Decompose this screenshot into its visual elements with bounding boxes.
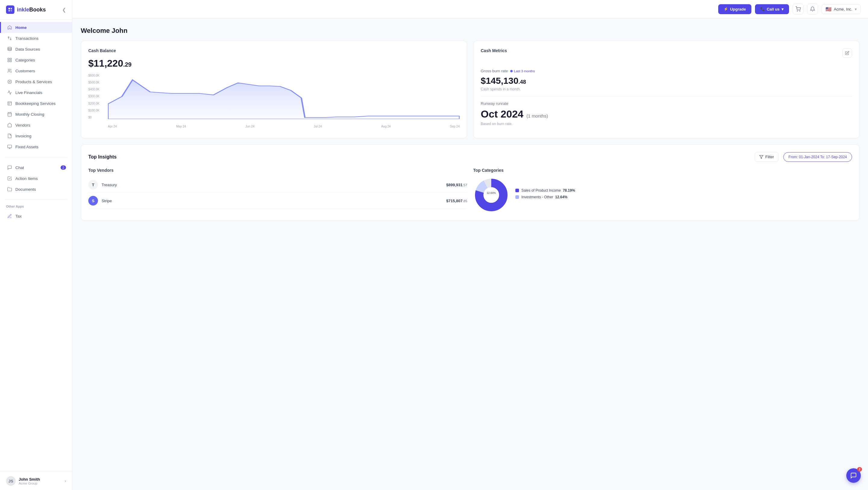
filter-button[interactable]: Filter xyxy=(755,152,778,162)
sidebar-item-customers[interactable]: Customers xyxy=(0,65,72,76)
chart-y-label-6: $100.0K xyxy=(88,109,106,112)
sidebar-item-documents[interactable]: Documents xyxy=(0,184,72,195)
runway-months: (1 months) xyxy=(527,113,548,118)
sidebar-item-home[interactable]: Home xyxy=(0,22,72,33)
cash-balance-title: Cash Balance xyxy=(88,48,460,53)
sidebar-item-monthly-closing[interactable]: Monthly Closing xyxy=(0,109,72,120)
sidebar-item-live-financials[interactable]: Live Financials xyxy=(0,87,72,98)
sidebar-item-action-items-label: Action Items xyxy=(16,176,38,181)
fixed-assets-icon xyxy=(7,144,12,150)
sidebar-item-chat-label: Chat xyxy=(16,165,24,170)
sidebar-item-action-items[interactable]: Action Items xyxy=(0,173,72,184)
main-area: Upgrade Call us ▾ 🇺🇸 Acme, Inc. ▾ Welcom… xyxy=(72,0,868,490)
vendor-name-treasury: Treasury xyxy=(101,183,117,187)
call-us-button[interactable]: Call us ▾ xyxy=(755,4,789,14)
cash-spends-desc: Cash spends in a month. xyxy=(481,87,852,91)
live-financials-icon xyxy=(7,90,12,95)
sidebar-item-transactions[interactable]: Transactions xyxy=(0,33,72,44)
company-selector[interactable]: 🇺🇸 Acme, Inc. ▾ xyxy=(822,4,861,14)
chart-y-label-4: $300.0K xyxy=(88,95,106,98)
sidebar-item-bookkeeping-label: Bookkeeping Services xyxy=(16,101,56,106)
action-items-icon xyxy=(7,176,12,181)
sidebar-item-products-services-label: Products & Services xyxy=(16,80,52,84)
runway-section: Runway runrate Oct 2024 (1 months) Based… xyxy=(481,96,852,131)
cash-balance-chart: $600.0K $500.0K $400.0K $300.0K $200.0K … xyxy=(88,74,460,128)
sidebar-item-tax[interactable]: Tax xyxy=(0,211,72,221)
top-insights-section: Top Insights Filter From: 01-Jan-2024 To… xyxy=(81,144,860,221)
user-info: John Smith Acme Group xyxy=(19,477,40,485)
content-area: Welcome John Cash Balance $11,220.29 $60… xyxy=(72,19,868,490)
sidebar-item-products-services[interactable]: Products & Services xyxy=(0,76,72,87)
upgrade-button[interactable]: Upgrade xyxy=(718,4,751,14)
call-us-label: Call us xyxy=(767,7,780,11)
chat-float-button[interactable]: 2 xyxy=(846,468,861,483)
sidebar-item-tax-label: Tax xyxy=(16,214,22,218)
cart-button[interactable] xyxy=(793,4,804,14)
svg-rect-19 xyxy=(7,145,11,148)
table-row: S Stripe $715,807.85 xyxy=(88,193,467,209)
chart-x-aug: Aug 24 xyxy=(381,125,391,128)
user-profile-chevron: › xyxy=(64,479,66,483)
chart-x-axis: Apr 24 May 24 Jun 24 Jul 24 Aug 24 Sep 2… xyxy=(108,125,460,128)
user-profile[interactable]: JS John Smith Acme Group › xyxy=(0,471,72,490)
sidebar-item-invoicing[interactable]: Invoicing xyxy=(0,130,72,141)
donut-chart: 12.64% xyxy=(473,177,509,213)
avatar: JS xyxy=(6,476,16,486)
svg-rect-12 xyxy=(8,101,11,105)
collapse-button[interactable]: ❮ xyxy=(62,7,66,13)
gross-burn-rate-section: Gross burn rate Last 3 months $145,130.4… xyxy=(481,64,852,96)
chat-icon xyxy=(7,165,12,170)
chart-x-sep: Sep 24 xyxy=(450,125,460,128)
top-vendors-title: Top Vendors xyxy=(88,168,467,173)
svg-text:12.64%: 12.64% xyxy=(487,191,496,194)
period-dot xyxy=(510,70,513,72)
gross-burn-rate-label: Gross burn rate xyxy=(481,69,508,73)
sidebar-item-categories[interactable]: Categories xyxy=(0,55,72,65)
svg-point-22 xyxy=(797,11,798,11)
topbar: Upgrade Call us ▾ 🇺🇸 Acme, Inc. ▾ xyxy=(72,0,868,19)
svg-point-9 xyxy=(8,69,10,70)
edit-metrics-button[interactable] xyxy=(842,48,852,58)
sidebar-item-bookkeeping-services[interactable]: Bookkeeping Services xyxy=(0,98,72,109)
vendor-amount-stripe: $715,807.85 xyxy=(446,198,467,203)
insights-grid: Top Vendors T Treasury $899,931.57 S Str… xyxy=(88,168,852,213)
svg-rect-3 xyxy=(10,10,12,11)
sidebar-item-vendors-label: Vendors xyxy=(16,123,30,127)
svg-point-4 xyxy=(8,47,11,48)
chat-float-badge: 2 xyxy=(857,467,862,471)
chat-badge: 2 xyxy=(61,165,66,170)
chart-y-axis: $600.0K $500.0K $400.0K $300.0K $200.0K … xyxy=(88,74,106,119)
runway-desc: Based on burn rate. xyxy=(481,122,852,126)
sidebar-item-chat[interactable]: Chat 2 xyxy=(0,162,72,173)
metrics-header: Cash Metrics xyxy=(481,48,852,58)
balance-whole: $11,220 xyxy=(88,58,123,69)
date-range-button[interactable]: From: 01-Jan-2024 To: 17-Sep-2024 xyxy=(783,152,852,162)
customers-icon xyxy=(7,68,12,73)
vendor-amount-cents-treasury: .57 xyxy=(463,183,467,187)
chart-y-label-3: $400.0K xyxy=(88,88,106,91)
sidebar-item-fixed-assets[interactable]: Fixed Assets xyxy=(0,141,72,152)
sidebar-item-vendors[interactable]: Vendors xyxy=(0,120,72,130)
svg-rect-1 xyxy=(10,8,12,9)
chart-x-may: May 24 xyxy=(176,125,186,128)
period-label: Last 3 months xyxy=(514,69,535,73)
vendor-avatar-stripe: S xyxy=(88,196,98,206)
logo-books: Books xyxy=(29,7,46,13)
gross-burn-amount: $145,130.48 xyxy=(481,75,852,86)
notifications-button[interactable] xyxy=(807,4,818,14)
app-name: inkleBooks xyxy=(17,7,46,13)
cash-balance-card: Cash Balance $11,220.29 $600.0K $500.0K … xyxy=(81,41,467,138)
tax-icon xyxy=(7,213,12,219)
logo-area: inkleBooks ❮ xyxy=(0,0,72,20)
call-chevron-icon: ▾ xyxy=(781,7,784,11)
invoicing-icon xyxy=(7,133,12,139)
logo-icon xyxy=(6,5,14,14)
sidebar-item-categories-label: Categories xyxy=(16,58,35,62)
vendor-name-stripe: Stripe xyxy=(101,198,112,203)
legend-label-investments: Investments - Other 12.64% xyxy=(521,195,567,199)
page-title: Welcome John xyxy=(81,27,860,35)
sidebar-item-transactions-label: Transactions xyxy=(16,36,38,41)
nav-divider xyxy=(5,157,67,157)
sidebar-item-data-sources[interactable]: Data Sources xyxy=(0,44,72,55)
chart-x-apr: Apr 24 xyxy=(108,125,117,128)
